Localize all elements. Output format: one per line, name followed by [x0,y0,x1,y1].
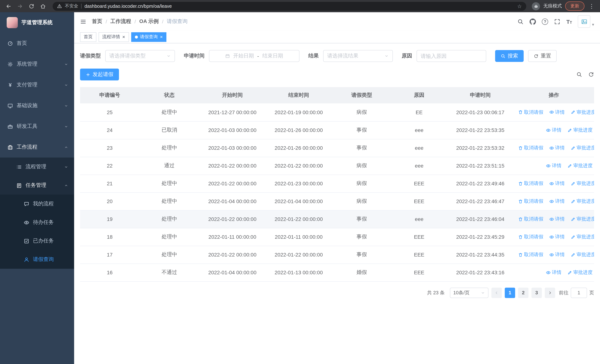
cell-actions: 取消请假 详情 审批进度 [514,228,594,246]
chevron-down-icon [64,124,68,129]
help-icon[interactable]: ? [542,18,548,25]
github-icon[interactable] [530,18,536,25]
cancel-leave-link[interactable]: 取消请假 [518,180,543,187]
cancel-leave-link[interactable]: 取消请假 [518,233,543,240]
approval-progress-link[interactable]: 审批进度 [571,233,594,240]
reset-button[interactable]: 重置 [528,50,557,62]
tab-leave-query[interactable]: 请假查询× [131,32,166,42]
search-button[interactable]: 搜索 [495,50,524,62]
breadcrumb-item[interactable]: 首页 [92,18,102,25]
chevron-left-icon [494,290,499,295]
url-text[interactable]: dashboard.yudao.iocoder.cn/bpm/oa/leave [84,3,514,9]
sidebar-item-workflow[interactable]: 工作流程 [0,137,74,158]
detail-link[interactable]: 详情 [549,233,565,240]
leave-type-select[interactable]: 请选择请假类型 [105,50,175,62]
sidebar-item-leave-query[interactable]: 请假查询 [0,250,74,269]
browser-back-icon[interactable] [4,2,13,10]
calendar-icon [225,54,230,58]
sidebar-item-process-management[interactable]: 流程管理 [0,158,74,176]
detail-link[interactable]: 详情 [546,162,562,169]
result-select[interactable]: 请选择流结果 [323,50,393,62]
detail-link[interactable]: 详情 [549,145,565,151]
refresh-icon [534,54,538,58]
cell-status: 处理中 [139,103,199,121]
approval-progress-link[interactable]: 审批进度 [571,216,594,222]
page-size-select[interactable]: 10条/页 [450,288,488,298]
detail-link[interactable]: 详情 [549,251,565,258]
leave-type-label: 请假类型 [80,53,101,59]
avatar-image-icon [578,15,591,28]
browser-home-icon[interactable] [39,2,47,10]
search-icon[interactable] [517,18,524,25]
font-size-icon[interactable]: TT [566,19,572,24]
cancel-leave-link[interactable]: 取消请假 [518,145,543,151]
browser-refresh-icon[interactable] [28,2,36,10]
detail-link[interactable]: 详情 [546,127,562,133]
address-bar[interactable]: 不安全 dashboard.yudao.iocoder.cn/bpm/oa/le… [53,2,526,10]
sidebar-item-infrastructure[interactable]: 基础设施 [0,95,74,116]
security-label[interactable]: 不安全 [65,3,78,9]
create-leave-button[interactable]: 发起请假 [80,69,119,80]
detail-link[interactable]: 详情 [549,198,565,205]
fullscreen-icon[interactable] [554,18,560,25]
reason-input[interactable] [417,50,486,62]
incognito-label: 无痕模式 [543,3,562,9]
cell-status: 处理中 [139,139,199,157]
detail-link[interactable]: 详情 [549,216,565,222]
app-logo[interactable]: 芋道管理系统 [0,12,74,33]
page-button-1[interactable]: 1 [505,288,515,298]
sidebar-item-dev-tools[interactable]: 研发工具 [0,116,74,137]
sidebar-item-label: 待办任务 [33,219,54,226]
eye-icon [549,217,554,222]
close-icon[interactable]: × [160,35,163,39]
approval-progress-link[interactable]: 审批进度 [571,145,594,151]
sidebar-item-my-processes[interactable]: 我的流程 [0,195,74,213]
approval-progress-link[interactable]: 审批进度 [567,269,593,276]
chevron-down-icon: ▾ [592,22,594,28]
cancel-leave-link[interactable]: 取消请假 [518,251,543,258]
sidebar-item-done-tasks[interactable]: 已办任务 [0,232,74,250]
browser-forward-icon[interactable] [16,2,24,10]
approval-progress-link[interactable]: 审批进度 [571,198,594,205]
detail-link[interactable]: 详情 [549,109,565,116]
browser-menu-icon[interactable]: ⋮ [588,3,596,9]
cell-status: 通过 [139,157,199,175]
sidebar-toggle-icon[interactable] [80,18,86,25]
approval-progress-link[interactable]: 审批进度 [567,162,593,169]
approval-progress-link[interactable]: 审批进度 [567,127,593,133]
tab-home[interactable]: 首页 [80,32,96,42]
tab-process-detail[interactable]: 流程详情× [99,32,129,42]
bookmark-star-icon[interactable]: ☆ [517,3,522,9]
pen-icon [571,234,576,239]
close-icon[interactable]: × [122,35,125,39]
detail-link[interactable]: 详情 [546,269,562,276]
prev-page-button[interactable] [491,288,502,298]
breadcrumb-item[interactable]: OA 示例 [139,18,159,25]
cell-actions: 取消请假 详情 审批进度 [514,103,594,121]
sidebar-item-system-management[interactable]: 系统管理 [0,54,74,75]
cell-apply-time: 2022-01-23 00:06:17 [447,103,514,121]
cancel-leave-link[interactable]: 取消请假 [518,109,543,116]
approval-progress-link[interactable]: 审批进度 [571,109,594,116]
goto-page-input[interactable] [571,288,587,298]
cancel-leave-link[interactable]: 取消请假 [518,198,543,205]
sidebar-item-label: 研发工具 [17,123,38,130]
browser-update-button[interactable]: 更新 [565,1,584,11]
apply-time-range-picker[interactable]: 开始日期 - 结束日期 [209,50,300,62]
next-page-button[interactable] [545,288,555,298]
refresh-table-icon[interactable] [588,72,594,77]
sidebar-item-home[interactable]: 首页 [0,33,74,54]
sidebar-item-todo-tasks[interactable]: 待办任务 [0,213,74,232]
approval-progress-link[interactable]: 审批进度 [571,180,594,187]
approval-progress-link[interactable]: 审批进度 [571,251,594,258]
detail-link[interactable]: 详情 [549,180,565,187]
table-row: 18 处理中 2022-01-11 00:00:00 2022-01-11 00… [80,228,594,246]
page-button-3[interactable]: 3 [531,288,542,298]
page-button-2[interactable]: 2 [518,288,528,298]
sidebar-item-payment-management[interactable]: ¥ 支付管理 [0,75,74,95]
search-toggle-icon[interactable] [576,72,582,77]
cancel-leave-link[interactable]: 取消请假 [518,216,543,222]
user-avatar[interactable]: ▾ [578,15,594,28]
sidebar-item-task-management[interactable]: 任务管理 [0,176,74,195]
breadcrumb-item[interactable]: 工作流程 [111,18,131,25]
